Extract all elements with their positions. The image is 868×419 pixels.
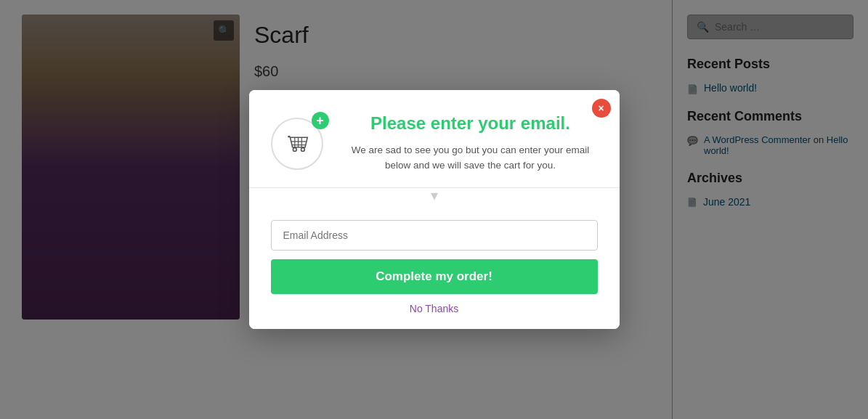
complete-order-button[interactable]: Complete my order! [271,259,598,294]
cart-plus-badge: + [312,112,329,129]
modal-top-section: + Please enter your email. We are sad to… [249,90,620,188]
svg-point-6 [293,148,296,152]
modal-overlay: × [0,0,868,419]
modal-subtext: We are sad to see you go but you can ent… [344,143,598,173]
cart-icon [283,130,311,158]
email-input[interactable] [271,220,598,251]
modal-heading: Please enter your email. [344,112,598,134]
svg-point-7 [301,148,304,152]
cart-icon-wrapper: + [271,112,329,170]
no-thanks-link[interactable]: No Thanks [271,303,598,314]
modal-close-button[interactable]: × [592,99,611,118]
modal-text-section: Please enter your email. We are sad to s… [344,112,598,173]
modal: × [249,90,620,329]
modal-divider-arrow: ▾ [249,187,620,204]
modal-bottom-section: Complete my order! No Thanks [249,203,620,329]
